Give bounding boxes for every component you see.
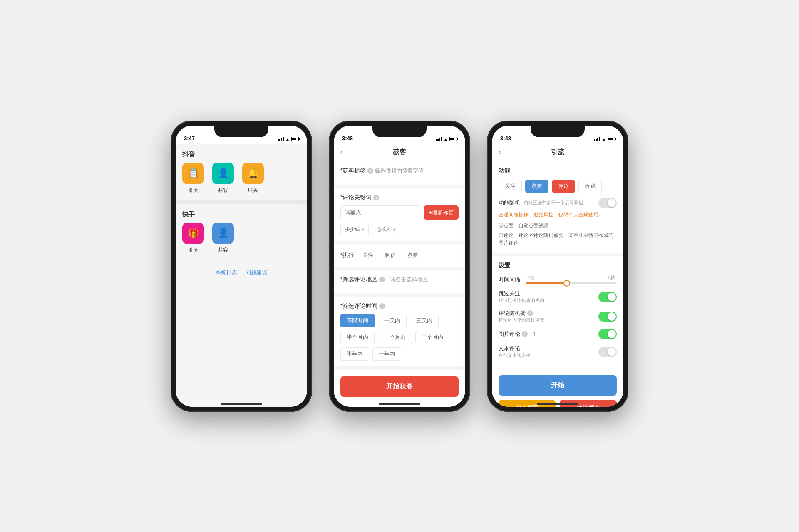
system-log-link[interactable]: 系统日志 [216,269,237,276]
execute-follow[interactable]: 关注 [359,250,377,261]
time-3months[interactable]: 三个月内 [415,331,449,344]
signal-bar-4 [283,137,284,141]
kuaishou-yinliu-label: 引流 [188,247,198,254]
phone1-notch [214,126,268,137]
image-comment-toggle[interactable] [598,329,617,339]
tag-duoshaoqian[interactable]: 多少钱 [340,224,369,235]
region-label: *筛选评论地区 [340,276,377,283]
random-hint: 功能区选中多于一个后可开启 [524,200,595,206]
comment-input[interactable] [340,205,420,219]
phone2-screen: 3:48 ▲ ‹ [334,126,465,407]
phone2-wifi: ▲ [444,137,448,141]
douyin-yinliu[interactable]: 📋 引流 [182,163,204,194]
douyin-yinliu-icon: 📋 [182,163,204,184]
text-comment-toggle[interactable] [598,347,617,357]
kuaishou-huoke[interactable]: 👤 获客 [212,223,234,254]
phone3-battery [608,137,615,141]
execute-like[interactable]: 点赞 [404,250,422,261]
skip-follow-knob [608,293,616,301]
interval-slider-row: 时间间隔 2秒 5秒 [499,275,617,284]
time-1day[interactable]: 一天内 [378,314,407,327]
func-section: 功能 关注 点赞 评论 收藏 功能随机 功能区选中多于一个后可开启 [492,161,623,257]
warning-text: 合理间随操作，避免风控，仅限个人合规使用。 [499,211,617,218]
slider-thumb[interactable] [563,280,570,287]
phone2-navbar: ‹ 获客 [334,144,465,161]
time-1month[interactable]: 一个月内 [378,331,412,344]
phone1-screen: 3:47 ▲ [176,126,307,407]
phone2-signal [436,137,442,141]
comment-random-toggle[interactable] [598,312,617,322]
tags-row: 多少钱 怎么办 [340,224,459,235]
kuaishou-yinliu-icon: 🎁 [182,223,204,244]
image-comment-row: 图片评论 i 1 [499,329,617,339]
skip-follow-toggle[interactable] [598,292,617,302]
text-comment-row: 文本评论 多行文本输入框 [499,345,617,359]
douyin-quguan[interactable]: 🔔 取关 [242,163,264,194]
kuaishou-huoke-label: 获客 [218,247,228,254]
execute-label: *执行 [340,252,354,259]
douyin-yinliu-label: 引流 [188,187,198,194]
tag-label-text: 多少钱 [345,226,360,232]
slider-track[interactable] [526,282,617,284]
time-3days[interactable]: 三天内 [410,314,439,327]
time-halfyear[interactable]: 半年内 [340,347,369,361]
tag-zenmeban[interactable]: 怎么办 [372,224,400,235]
add-tag-button[interactable]: +增加标签 [424,205,459,220]
phone1-frame: 3:47 ▲ [171,121,312,412]
region-section: *筛选评论地区 i 请点击选择地区 [334,270,465,297]
phone2: 3:48 ▲ ‹ [329,121,470,412]
phone1: 3:47 ▲ [171,121,312,412]
input-row: +增加标签 [340,205,459,220]
slider-mark-2: 5秒 [608,275,615,281]
time-info-icon: i [379,303,385,309]
phone1-battery [291,137,299,141]
text-comment-knob [608,348,616,356]
time-halfmonth[interactable]: 半个月内 [340,331,375,344]
phone3-signal [594,137,600,141]
phone3-screen: 3:48 ▲ ‹ [492,126,623,407]
start-button[interactable]: 开始 [499,375,617,396]
execute-message[interactable]: 私信 [382,250,399,261]
feedback-link[interactable]: 问题建议 [246,269,267,276]
image-comment-info: i [522,331,528,337]
time-label: *筛选评论时间 [340,302,377,310]
phone2-battery [449,137,457,141]
phone3-nav-title: 引流 [551,148,564,157]
phone3-back-button[interactable]: ‹ [499,148,501,156]
start-huoke-button[interactable]: 开始获客 [340,376,459,397]
image-comment-label: 图片评论 [499,330,520,338]
slider-mark-1: 2秒 [527,275,534,281]
douyin-huoke[interactable]: 👤 获客 [212,163,234,194]
execute-row: *执行 关注 私信 点赞 [340,250,459,261]
time-unlimited[interactable]: 不限时间 [340,314,375,327]
random-row: 功能随机 功能区选中多于一个后可开启 [499,198,617,208]
douyin-quguan-icon: 🔔 [242,163,264,184]
phone3-home [537,403,578,405]
slider-fill [526,282,567,284]
note-text-2: ◎评论：评论区评论随机点赞，文本和表情内收藏的图片评论 [499,231,617,247]
random-label: 功能随机 [499,199,520,207]
signal-bar-1 [278,139,279,141]
random-toggle[interactable] [598,198,617,208]
battery-fill [292,138,296,140]
text-comment-sub: 多行文本输入框 [499,352,531,359]
comment-info-icon: i [373,195,379,200]
func-comment[interactable]: 评论 [552,180,575,193]
note-text-1: ◎点赞：自动点赞视频 [499,222,617,230]
phone1-wifi: ▲ [285,137,290,141]
comment-random-info: i [527,310,533,316]
time-1year[interactable]: 一年内 [372,347,401,361]
phone2-nav-title: 获客 [393,148,406,157]
phones-container: 3:47 ▲ [171,121,628,412]
skip-follow-sub: 跳过已关注作者的视频 [499,297,544,304]
func-follow[interactable]: 关注 [499,180,522,193]
kuaishou-yinliu[interactable]: 🎁 引流 [182,223,204,254]
settings-title: 设置 [499,262,617,270]
slider-nums: 2秒 5秒 [526,275,617,281]
image-comment-value: 1 [533,331,536,337]
comment-random-labels: 评论随机赞 i 评论区内评论随机点赞 [499,309,544,323]
func-collect[interactable]: 收藏 [578,180,602,193]
phone2-time: 3:48 [342,135,353,141]
phone2-back-button[interactable]: ‹ [340,148,342,156]
func-like[interactable]: 点赞 [525,180,548,193]
